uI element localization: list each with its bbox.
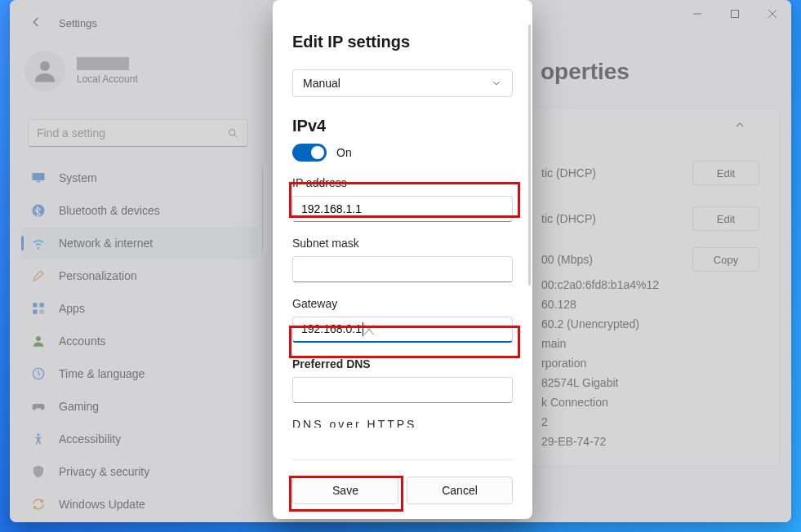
prop-value: main xyxy=(541,337,759,350)
edit-button[interactable]: Edit xyxy=(692,161,759,185)
nav-scrollbar[interactable] xyxy=(262,165,263,253)
clock-globe-icon xyxy=(31,366,46,381)
sidebar-item-accounts[interactable]: Accounts xyxy=(21,325,258,357)
subnet-label: Subnet mask xyxy=(292,237,513,250)
ip-address-field[interactable] xyxy=(292,196,513,222)
prop-value: 29-EB-74-72 xyxy=(541,435,759,448)
sidebar-item-bluetooth[interactable]: Bluetooth & devices xyxy=(21,194,258,227)
edit-button[interactable]: Edit xyxy=(692,206,759,231)
shield-icon xyxy=(31,464,46,479)
prop-value: 60.128 xyxy=(541,298,759,311)
chevron-up-icon[interactable] xyxy=(733,118,746,131)
prop-value: 60.2 (Unencrypted) xyxy=(541,317,759,330)
prop-value: k Connection xyxy=(541,396,759,409)
svg-rect-7 xyxy=(33,173,45,180)
profile-account-type: Local Account xyxy=(77,73,138,85)
ip-mode-value: Manual xyxy=(303,77,340,90)
subnet-field[interactable] xyxy=(292,256,513,282)
svg-line-6 xyxy=(234,135,237,137)
dns-over-https-label: DNS over HTTPS xyxy=(292,418,513,428)
apps-icon xyxy=(31,301,46,316)
toggle-label: On xyxy=(336,146,352,159)
search-input[interactable] xyxy=(37,126,227,140)
sidebar-item-accessibility[interactable]: Accessibility xyxy=(21,423,258,455)
copy-button[interactable]: Copy xyxy=(692,247,759,272)
header-row: Settings xyxy=(29,15,97,32)
dialog-scrollbar[interactable] xyxy=(528,24,531,286)
ip-address-input[interactable] xyxy=(301,202,504,215)
nav-label: Network & internet xyxy=(59,237,153,250)
nav-label: Privacy & security xyxy=(59,465,149,478)
monitor-icon xyxy=(31,171,46,185)
clear-input-icon[interactable] xyxy=(363,324,375,335)
dns-field[interactable] xyxy=(292,377,513,403)
prop-value: 82574L Gigabit xyxy=(541,376,759,389)
svg-point-5 xyxy=(229,129,236,135)
nav-label: Apps xyxy=(59,302,85,315)
svg-point-16 xyxy=(38,433,40,436)
nav-label: Time & language xyxy=(59,367,145,380)
gamepad-icon xyxy=(31,399,46,414)
cancel-button[interactable]: Cancel xyxy=(407,477,513,504)
active-indicator xyxy=(21,236,24,250)
accessibility-icon xyxy=(31,432,46,446)
sidebar-item-gaming[interactable]: Gaming xyxy=(21,390,258,423)
nav-label: Accessibility xyxy=(59,432,121,446)
svg-rect-12 xyxy=(33,310,37,314)
ipv4-heading: IPv4 xyxy=(292,117,513,135)
subnet-input[interactable] xyxy=(301,263,504,276)
close-button[interactable] xyxy=(754,0,791,28)
nav-label: Gaming xyxy=(59,400,99,413)
nav-label: Accounts xyxy=(59,335,106,348)
sidebar-item-update[interactable]: Windows Update xyxy=(21,488,258,521)
back-icon[interactable] xyxy=(29,15,44,32)
svg-rect-13 xyxy=(40,310,44,314)
svg-point-4 xyxy=(40,61,50,71)
prop-value: 2 xyxy=(541,415,759,428)
gateway-input[interactable]: 192.168.0.1 xyxy=(301,322,363,337)
profile-block[interactable]: Local Account xyxy=(24,51,138,91)
svg-rect-8 xyxy=(37,181,41,183)
minimize-button[interactable] xyxy=(679,0,716,28)
dns-label: Preferred DNS xyxy=(292,357,513,370)
prop-value: rporation xyxy=(541,357,759,370)
nav-sidebar: System Bluetooth & devices Network & int… xyxy=(21,162,258,521)
sidebar-item-network[interactable]: Network & internet xyxy=(21,227,258,259)
chevron-down-icon xyxy=(491,78,502,89)
bluetooth-icon xyxy=(31,203,46,218)
dialog-title: Edit IP settings xyxy=(292,33,513,51)
dns-input[interactable] xyxy=(301,383,504,397)
save-button[interactable]: Save xyxy=(292,477,398,504)
maximize-button[interactable] xyxy=(716,0,754,28)
edit-ip-dialog: Edit IP settings Manual IPv4 On IP addre… xyxy=(273,0,532,519)
nav-label: System xyxy=(59,171,97,184)
sidebar-item-system[interactable]: System xyxy=(21,162,258,194)
profile-name-redacted xyxy=(77,57,129,70)
sidebar-item-privacy[interactable]: Privacy & security xyxy=(21,455,258,488)
prop-value: 00 (Mbps) xyxy=(541,253,692,266)
nav-label: Bluetooth & devices xyxy=(59,204,160,217)
paintbrush-icon xyxy=(31,268,46,283)
nav-label: Personalization xyxy=(59,269,137,282)
ipv4-toggle[interactable] xyxy=(292,144,327,162)
sidebar-item-personalization[interactable]: Personalization xyxy=(21,259,258,292)
ip-mode-select[interactable]: Manual xyxy=(292,69,513,97)
svg-rect-11 xyxy=(40,303,44,307)
person-icon xyxy=(31,334,46,348)
svg-rect-1 xyxy=(732,11,739,18)
titlebar-controls xyxy=(679,0,791,28)
prop-value: 00:c2a0:6fd8:b1a4%12 xyxy=(541,278,759,291)
nav-label: Windows Update xyxy=(59,498,145,511)
svg-point-14 xyxy=(36,336,41,341)
svg-rect-10 xyxy=(33,303,37,307)
gateway-field[interactable]: 192.168.0.1 xyxy=(292,317,513,343)
sidebar-item-apps[interactable]: Apps xyxy=(21,292,258,325)
wifi-icon xyxy=(31,236,46,250)
search-box[interactable] xyxy=(28,119,248,147)
prop-value: tic (DHCP) xyxy=(541,166,692,180)
update-icon xyxy=(31,497,46,512)
sidebar-item-time[interactable]: Time & language xyxy=(21,357,258,390)
app-title: Settings xyxy=(59,17,97,29)
avatar-icon xyxy=(24,51,65,91)
ip-address-label: IP address xyxy=(292,176,513,189)
